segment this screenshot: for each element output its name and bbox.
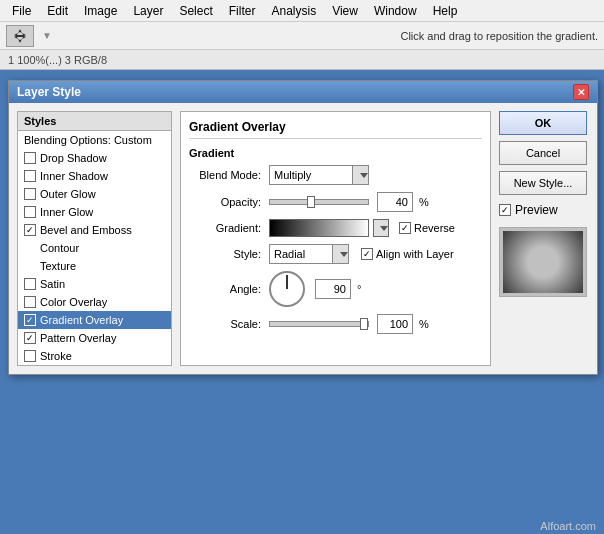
menu-layer[interactable]: Layer xyxy=(125,2,171,20)
main-area: Layer Style ✕ Styles Blending Options: C… xyxy=(0,70,604,534)
opacity-row: Opacity: % xyxy=(189,192,482,212)
color-overlay-checkbox[interactable] xyxy=(24,296,36,308)
menu-file[interactable]: File xyxy=(4,2,39,20)
pattern-overlay-label: Pattern Overlay xyxy=(40,332,116,344)
opacity-input[interactable] xyxy=(377,192,413,212)
ok-button[interactable]: OK xyxy=(499,111,587,135)
inner-glow-label: Inner Glow xyxy=(40,206,93,218)
style-stroke[interactable]: Stroke xyxy=(18,347,171,365)
inner-shadow-checkbox[interactable] xyxy=(24,170,36,182)
toolbar-spacer: ▼ xyxy=(42,30,52,41)
style-contour[interactable]: Contour xyxy=(18,239,171,257)
dialog-close-button[interactable]: ✕ xyxy=(573,84,589,100)
style-value: Radial xyxy=(270,246,332,262)
menu-window[interactable]: Window xyxy=(366,2,425,20)
style-dropdown[interactable]: Radial xyxy=(269,244,349,264)
style-inner-shadow[interactable]: Inner Shadow xyxy=(18,167,171,185)
move-tool-button[interactable] xyxy=(6,25,34,47)
gradient-chevron-icon xyxy=(380,226,388,231)
outer-glow-label: Outer Glow xyxy=(40,188,96,200)
menu-view[interactable]: View xyxy=(324,2,366,20)
blend-mode-arrow[interactable] xyxy=(352,166,368,184)
layer-style-dialog: Layer Style ✕ Styles Blending Options: C… xyxy=(8,80,598,375)
gradient-control: Reverse xyxy=(269,219,455,237)
menu-filter[interactable]: Filter xyxy=(221,2,264,20)
gradient-arrow[interactable] xyxy=(373,219,389,237)
subsection-title: Gradient xyxy=(189,147,482,159)
opacity-slider[interactable] xyxy=(269,199,369,205)
inner-glow-checkbox[interactable] xyxy=(24,206,36,218)
blend-mode-dropdown[interactable]: Multiply xyxy=(269,165,369,185)
angle-control: ° xyxy=(269,271,361,307)
angle-dial[interactable] xyxy=(269,271,305,307)
satin-label: Satin xyxy=(40,278,65,290)
outer-glow-checkbox[interactable] xyxy=(24,188,36,200)
reverse-label: Reverse xyxy=(414,222,455,234)
menu-edit[interactable]: Edit xyxy=(39,2,76,20)
stroke-checkbox[interactable] xyxy=(24,350,36,362)
preview-label-row: Preview xyxy=(499,203,589,217)
menu-help[interactable]: Help xyxy=(425,2,466,20)
pattern-overlay-checkbox[interactable] xyxy=(24,332,36,344)
style-arrow[interactable] xyxy=(332,245,348,263)
satin-checkbox[interactable] xyxy=(24,278,36,290)
scale-thumb[interactable] xyxy=(360,318,368,330)
style-control: Radial Align with Layer xyxy=(269,244,454,264)
canvas-background: Layer Style ✕ Styles Blending Options: C… xyxy=(0,70,604,534)
reverse-checkbox-label[interactable]: Reverse xyxy=(399,222,455,234)
menu-analysis[interactable]: Analysis xyxy=(263,2,324,20)
reverse-checkbox[interactable] xyxy=(399,222,411,234)
dialog-titlebar: Layer Style ✕ xyxy=(9,81,597,103)
opacity-thumb[interactable] xyxy=(307,196,315,208)
drop-shadow-checkbox[interactable] xyxy=(24,152,36,164)
new-style-button[interactable]: New Style... xyxy=(499,171,587,195)
angle-input[interactable] xyxy=(315,279,351,299)
scale-control: % xyxy=(269,314,429,334)
bevel-emboss-checkbox[interactable] xyxy=(24,224,36,236)
style-inner-glow[interactable]: Inner Glow xyxy=(18,203,171,221)
style-texture[interactable]: Texture xyxy=(18,257,171,275)
style-color-overlay[interactable]: Color Overlay xyxy=(18,293,171,311)
menubar: File Edit Image Layer Select Filter Anal… xyxy=(0,0,604,22)
menu-image[interactable]: Image xyxy=(76,2,125,20)
style-label: Style: xyxy=(189,248,269,260)
style-gradient-overlay[interactable]: Gradient Overlay xyxy=(18,311,171,329)
style-satin[interactable]: Satin xyxy=(18,275,171,293)
gradient-overlay-label: Gradient Overlay xyxy=(40,314,123,326)
svg-marker-0 xyxy=(14,29,26,43)
drop-shadow-label: Drop Shadow xyxy=(40,152,107,164)
gradient-label: Gradient: xyxy=(189,222,269,234)
angle-label: Angle: xyxy=(189,283,269,295)
angle-row: Angle: ° xyxy=(189,271,482,307)
align-layer-checkbox-label[interactable]: Align with Layer xyxy=(361,248,454,260)
style-outer-glow[interactable]: Outer Glow xyxy=(18,185,171,203)
blend-mode-control: Multiply xyxy=(269,165,369,185)
contour-label: Contour xyxy=(40,242,79,254)
cancel-button[interactable]: Cancel xyxy=(499,141,587,165)
scale-slider[interactable] xyxy=(269,321,369,327)
watermark: Alfoart.com xyxy=(540,520,596,532)
toolbar-hint: Click and drag to reposition the gradien… xyxy=(400,30,598,42)
style-row: Style: Radial Align with Layer xyxy=(189,244,482,264)
scale-row: Scale: % xyxy=(189,314,482,334)
scale-input[interactable] xyxy=(377,314,413,334)
style-bevel-emboss[interactable]: Bevel and Emboss xyxy=(18,221,171,239)
style-chevron-icon xyxy=(340,252,348,257)
inner-shadow-label: Inner Shadow xyxy=(40,170,108,182)
color-overlay-label: Color Overlay xyxy=(40,296,107,308)
gradient-row: Gradient: Reverse xyxy=(189,219,482,237)
status-bar: 1 100%(...) 3 RGB/8 xyxy=(0,50,604,70)
gradient-preview[interactable] xyxy=(269,219,369,237)
preview-label: Preview xyxy=(515,203,558,217)
style-blending-options[interactable]: Blending Options: Custom xyxy=(18,131,171,149)
menu-select[interactable]: Select xyxy=(171,2,220,20)
preview-checkbox[interactable] xyxy=(499,204,511,216)
style-drop-shadow[interactable]: Drop Shadow xyxy=(18,149,171,167)
style-pattern-overlay[interactable]: Pattern Overlay xyxy=(18,329,171,347)
texture-label: Texture xyxy=(40,260,76,272)
blend-mode-row: Blend Mode: Multiply xyxy=(189,165,482,185)
gradient-overlay-checkbox[interactable] xyxy=(24,314,36,326)
blend-mode-chevron-icon xyxy=(360,173,368,178)
stroke-label: Stroke xyxy=(40,350,72,362)
align-layer-checkbox[interactable] xyxy=(361,248,373,260)
